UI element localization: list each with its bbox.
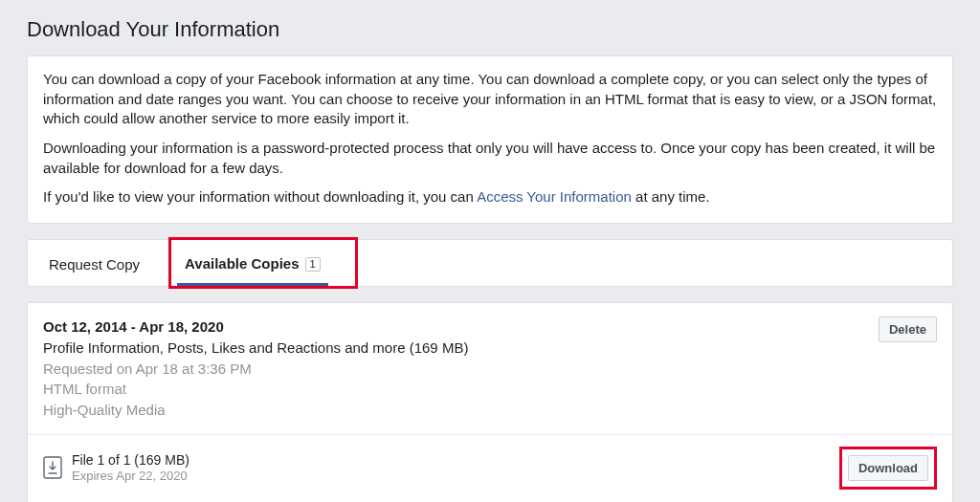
- available-copies-badge: 1: [305, 257, 321, 272]
- download-button[interactable]: Download: [848, 455, 928, 481]
- download-file-icon: [43, 456, 62, 479]
- intro-paragraph-3: If you'd like to view your information w…: [43, 187, 937, 207]
- copy-summary-row: Oct 12, 2014 - Apr 18, 2020 Profile Info…: [28, 303, 952, 435]
- intro-p3-post: at any time.: [632, 188, 710, 205]
- delete-button[interactable]: Delete: [879, 316, 937, 342]
- copy-card: Oct 12, 2014 - Apr 18, 2020 Profile Info…: [27, 302, 953, 502]
- intro-p3-pre: If you'd like to view your information w…: [43, 188, 477, 205]
- copy-date-range: Oct 12, 2014 - Apr 18, 2020: [43, 316, 468, 338]
- tab-request-copy[interactable]: Request Copy: [41, 243, 147, 284]
- copy-format: HTML format: [43, 379, 468, 400]
- copy-media: High-Quality Media: [43, 400, 468, 421]
- page-title: Download Your Information: [27, 17, 953, 42]
- tab-available-label: Available Copies: [185, 255, 300, 272]
- intro-paragraph-1: You can download a copy of your Facebook…: [43, 70, 937, 129]
- highlight-available-copies: Available Copies1: [168, 237, 358, 290]
- tab-available-copies[interactable]: Available Copies1: [177, 242, 328, 287]
- file-expires: Expires Apr 22, 2020: [72, 469, 189, 485]
- tabs-bar: Request Copy Available Copies1: [27, 239, 953, 287]
- intro-paragraph-2: Downloading your information is a passwo…: [43, 139, 937, 178]
- copy-info: Oct 12, 2014 - Apr 18, 2020 Profile Info…: [43, 316, 468, 421]
- copy-requested: Requested on Apr 18 at 3:36 PM: [43, 359, 468, 380]
- file-text: File 1 of 1 (169 MB) Expires Apr 22, 202…: [72, 451, 189, 485]
- file-row: File 1 of 1 (169 MB) Expires Apr 22, 202…: [28, 435, 952, 502]
- copy-actions: Delete: [879, 316, 937, 342]
- file-left: File 1 of 1 (169 MB) Expires Apr 22, 202…: [43, 451, 189, 485]
- access-info-link[interactable]: Access Your Information: [477, 188, 632, 205]
- intro-card: You can download a copy of your Facebook…: [27, 55, 953, 224]
- file-title: File 1 of 1 (169 MB): [72, 451, 189, 469]
- highlight-download: Download: [839, 447, 937, 490]
- copy-description: Profile Information, Posts, Likes and Re…: [43, 338, 468, 359]
